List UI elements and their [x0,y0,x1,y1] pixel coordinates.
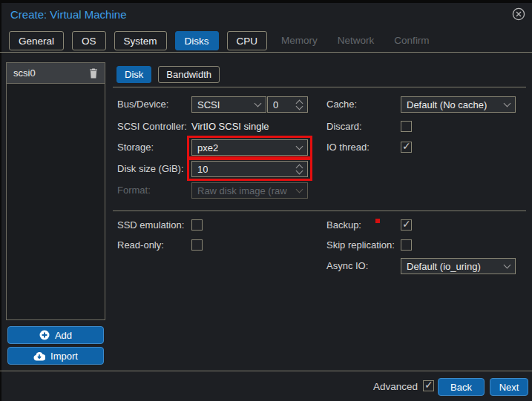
ssd-emulation-checkbox[interactable] [191,219,203,231]
tab-general[interactable]: General [9,31,64,50]
trash-icon[interactable] [89,68,98,79]
skip-replication-checkbox[interactable] [401,239,412,251]
add-button[interactable]: Add [7,326,104,344]
spinner-arrows-icon [297,165,302,173]
scsi-controller-label: SCSI Controller: [117,119,187,135]
chevron-down-icon [296,143,303,150]
wizard-tab-bar: General OS System Disks CPU Memory Netwo… [9,31,436,50]
footer-separator [0,371,532,371]
chevron-down-icon [504,262,511,269]
storage-select[interactable]: pxe2 [191,139,308,156]
chevron-down-icon [254,100,262,107]
dialog-title: Create: Virtual Machine [10,8,126,21]
chevron-down-icon [504,100,511,107]
back-button[interactable]: Back [438,378,485,396]
advanced-label: Advanced [373,381,418,392]
scsi-controller-value: VirtIO SCSI single [191,119,269,135]
subtab-separator [113,87,526,87]
disk-list-item-scsi0[interactable]: scsi0 [7,63,105,84]
disk-item-label: scsi0 [13,67,36,79]
bus-device-label: Bus/Device: [117,96,168,113]
cache-select[interactable]: Default (No cache) [401,96,516,113]
async-io-select[interactable]: Default (io_uring) [401,258,516,274]
tab-disks[interactable]: Disks [175,31,219,50]
chevron-down-icon [296,186,303,193]
io-thread-checkbox[interactable] [401,142,412,153]
bus-select[interactable]: SCSI [191,96,266,113]
cache-label: Cache: [326,96,357,113]
subtab-bandwidth[interactable]: Bandwidth [158,66,220,83]
format-select: Raw disk image (raw [191,182,308,199]
create-vm-dialog: Create: Virtual Machine General OS Syste… [0,0,532,401]
advanced-checkbox[interactable] [423,380,434,391]
device-number-input[interactable]: 0 [267,96,308,113]
next-button[interactable]: Next [490,378,528,396]
window-left-edge [0,0,1,401]
ssd-emulation-label: SSD emulation: [117,217,184,233]
plus-circle-icon [39,330,50,340]
backup-checkbox[interactable] [401,219,412,231]
add-button-label: Add [55,330,72,341]
tab-network: Network [332,31,381,50]
discard-checkbox[interactable] [401,121,412,132]
cloud-download-icon [33,351,45,361]
header-separator [0,52,532,53]
close-icon[interactable] [512,7,525,21]
tab-cpu[interactable]: CPU [227,31,268,50]
disk-list-panel: scsi0 [6,62,105,320]
storage-label: Storage: [117,139,154,156]
io-thread-label: IO thread: [326,139,370,156]
section-separator [113,211,526,211]
discard-label: Discard: [326,119,362,135]
read-only-label: Read-only: [117,237,164,253]
disk-subtab-bar: Disk Bandwidth [116,66,220,83]
subtab-disk[interactable]: Disk [116,66,151,83]
red-marker-dot [375,219,380,223]
tab-confirm: Confirm [388,31,435,50]
disk-size-label: Disk size (GiB): [117,161,184,177]
window-top-edge [0,0,532,3]
tab-memory: Memory [275,31,324,50]
format-label: Format: [117,182,151,199]
tab-system[interactable]: System [114,31,167,50]
backup-label: Backup: [326,217,361,233]
read-only-checkbox[interactable] [191,239,203,251]
import-button[interactable]: Import [7,347,104,365]
tab-os[interactable]: OS [72,31,106,50]
disk-size-input[interactable]: 10 [191,161,308,177]
async-io-label: Async IO: [326,258,368,274]
import-button-label: Import [50,351,78,362]
skip-replication-label: Skip replication: [326,237,395,253]
spinner-arrows-icon [297,101,302,109]
